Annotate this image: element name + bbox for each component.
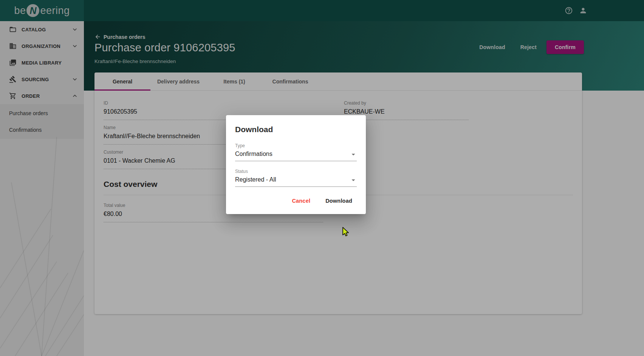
- dialog-actions: Cancel Download: [287, 194, 357, 207]
- type-select[interactable]: Type Confirmations: [235, 143, 357, 161]
- dialog-title: Download: [235, 125, 357, 134]
- status-select[interactable]: Status Registered - All: [235, 169, 357, 187]
- select-label: Type: [235, 143, 357, 148]
- select-label: Status: [235, 169, 357, 174]
- dialog-cancel-button[interactable]: Cancel: [287, 194, 315, 207]
- dropdown-caret-icon: [349, 150, 358, 159]
- dropdown-caret-icon: [349, 176, 358, 184]
- select-value: Confirmations: [235, 151, 357, 161]
- select-value: Registered - All: [235, 176, 357, 187]
- download-dialog: Download Type Confirmations Status Regis…: [226, 115, 366, 214]
- dialog-download-button[interactable]: Download: [321, 194, 357, 207]
